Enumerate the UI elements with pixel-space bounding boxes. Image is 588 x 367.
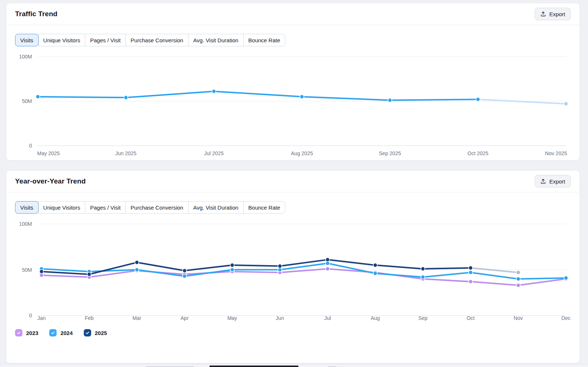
series-line-visits bbox=[38, 91, 478, 100]
data-point-visits-jun-2025[interactable] bbox=[124, 96, 128, 100]
data-point-2025-jan[interactable] bbox=[40, 270, 44, 274]
data-point-2025-nov[interactable] bbox=[516, 270, 520, 274]
data-point-2023-oct[interactable] bbox=[469, 279, 473, 284]
export-label: Export bbox=[549, 178, 565, 185]
page-title: Traffic Trend bbox=[15, 10, 57, 18]
traffic-trend-chart: 050M100MMay 2025Jun 2025Jul 2025Aug 2025… bbox=[6, 3, 580, 161]
data-point-visits-nov-2025[interactable] bbox=[564, 102, 568, 106]
y-axis-label: 0 bbox=[29, 313, 32, 318]
legend-label: 2025 bbox=[95, 330, 107, 336]
peek-fragment bbox=[209, 366, 298, 367]
legend-checkbox-2025[interactable] bbox=[84, 329, 91, 336]
legend-label: 2023 bbox=[26, 330, 38, 336]
y-axis-label: 100M bbox=[19, 221, 32, 227]
data-point-2025-apr[interactable] bbox=[183, 268, 187, 272]
upload-icon bbox=[540, 11, 546, 17]
x-axis-label: Jul 2025 bbox=[204, 150, 224, 156]
data-point-2024-nov[interactable] bbox=[516, 277, 520, 281]
x-axis-label: Jun 2025 bbox=[115, 150, 137, 156]
tab-purchase-conversion[interactable]: Purchase Conversion bbox=[125, 34, 188, 46]
x-axis-label: Dec bbox=[562, 315, 571, 321]
tab-avg-visit-duration[interactable]: Avg. Visit Duration bbox=[188, 201, 244, 214]
series-line-2023 bbox=[42, 269, 566, 285]
y-axis-label: 100M bbox=[19, 54, 32, 60]
card-header: Traffic Trend Export bbox=[6, 3, 580, 25]
metric-tabs: VisitsUnique VisitorsPages / VisitPurcha… bbox=[15, 34, 285, 46]
checkmark-icon bbox=[85, 330, 90, 335]
tab-pages-visit[interactable]: Pages / Visit bbox=[85, 34, 126, 46]
x-axis-label: May bbox=[227, 315, 237, 321]
y-axis-label: 50M bbox=[22, 267, 32, 273]
legend-checkbox-2023[interactable] bbox=[15, 329, 22, 336]
x-axis-label: Jan bbox=[37, 315, 46, 321]
data-point-2024-sep[interactable] bbox=[421, 275, 425, 279]
x-axis-label: Apr bbox=[180, 315, 189, 321]
tab-avg-visit-duration[interactable]: Avg. Visit Duration bbox=[188, 34, 244, 46]
year-legend: 202320242025 bbox=[15, 329, 107, 336]
next-section-peek bbox=[0, 364, 588, 367]
data-point-2023-jul[interactable] bbox=[326, 267, 330, 271]
tab-bounce-rate[interactable]: Bounce Rate bbox=[243, 34, 286, 46]
data-point-2025-may[interactable] bbox=[230, 263, 234, 267]
data-point-visits-may-2025[interactable] bbox=[36, 95, 40, 99]
checkmark-icon bbox=[16, 330, 21, 335]
data-point-2025-oct[interactable] bbox=[469, 266, 473, 270]
x-axis-label: May 2025 bbox=[37, 150, 60, 156]
data-point-2023-nov[interactable] bbox=[516, 283, 520, 287]
legend-item-2023[interactable]: 2023 bbox=[15, 329, 38, 336]
export-button[interactable]: Export bbox=[535, 8, 571, 20]
card-header: Year-over-Year Trend Export bbox=[6, 171, 580, 192]
legend-item-2024[interactable]: 2024 bbox=[49, 329, 72, 336]
data-point-2025-jun[interactable] bbox=[278, 264, 282, 268]
data-point-visits-oct-2025[interactable] bbox=[476, 97, 480, 101]
y-axis-label: 50M bbox=[22, 98, 32, 104]
metric-tabs: VisitsUnique VisitorsPages / VisitPurcha… bbox=[15, 201, 285, 214]
tab-unique-visitors[interactable]: Unique Visitors bbox=[38, 201, 86, 214]
legend-label: 2024 bbox=[60, 330, 72, 336]
traffic-trend-card: Traffic Trend Export VisitsUnique Visito… bbox=[6, 3, 580, 161]
x-axis-label: Mar bbox=[132, 315, 141, 321]
tab-visits[interactable]: Visits bbox=[15, 201, 39, 214]
yoy-trend-card: Year-over-Year Trend Export VisitsUnique… bbox=[6, 170, 580, 363]
x-axis-label: Nov 2025 bbox=[545, 150, 567, 156]
export-label: Export bbox=[549, 11, 565, 17]
x-axis-label: Feb bbox=[85, 315, 94, 321]
x-axis-label: Jul bbox=[324, 315, 331, 321]
tab-unique-visitors[interactable]: Unique Visitors bbox=[38, 34, 86, 46]
x-axis-label: Oct bbox=[467, 315, 475, 321]
x-axis-label: Aug bbox=[371, 315, 380, 321]
data-point-2025-mar[interactable] bbox=[135, 260, 139, 264]
data-point-2025-sep[interactable] bbox=[421, 267, 425, 271]
tab-bounce-rate[interactable]: Bounce Rate bbox=[243, 201, 286, 214]
data-point-2025-aug[interactable] bbox=[373, 263, 377, 267]
export-button[interactable]: Export bbox=[535, 175, 571, 188]
series-line-2024 bbox=[42, 263, 566, 279]
x-axis-label: Nov bbox=[514, 315, 523, 321]
y-axis-label: 0 bbox=[29, 143, 32, 149]
data-point-2024-apr[interactable] bbox=[183, 274, 187, 278]
x-axis-label: Jun bbox=[276, 315, 284, 321]
series-line-partial-visits bbox=[478, 99, 566, 104]
data-point-visits-aug-2025[interactable] bbox=[300, 95, 304, 99]
checkmark-icon bbox=[50, 330, 55, 335]
data-point-2024-aug[interactable] bbox=[373, 271, 377, 275]
x-axis-label: Oct 2025 bbox=[467, 150, 488, 156]
series-line-2025 bbox=[42, 260, 471, 274]
legend-item-2025[interactable]: 2025 bbox=[84, 329, 107, 336]
data-point-2025-feb[interactable] bbox=[87, 272, 91, 276]
data-point-2024-mar[interactable] bbox=[135, 268, 139, 272]
x-axis-label: Sep 2025 bbox=[379, 150, 401, 156]
tab-visits[interactable]: Visits bbox=[15, 34, 39, 46]
data-point-2025-jul[interactable] bbox=[326, 258, 330, 262]
data-point-visits-sep-2025[interactable] bbox=[388, 98, 392, 102]
upload-icon bbox=[540, 178, 546, 184]
series-line-partial-2025 bbox=[471, 268, 519, 272]
data-point-2024-dec[interactable] bbox=[564, 276, 568, 280]
tab-pages-visit[interactable]: Pages / Visit bbox=[85, 201, 126, 214]
data-point-visits-jul-2025[interactable] bbox=[212, 89, 216, 93]
data-point-2024-oct[interactable] bbox=[469, 270, 473, 274]
tab-purchase-conversion[interactable]: Purchase Conversion bbox=[125, 201, 188, 214]
data-point-2024-may[interactable] bbox=[230, 268, 234, 272]
x-axis-label: Aug 2025 bbox=[291, 150, 313, 156]
legend-checkbox-2024[interactable] bbox=[49, 329, 57, 336]
